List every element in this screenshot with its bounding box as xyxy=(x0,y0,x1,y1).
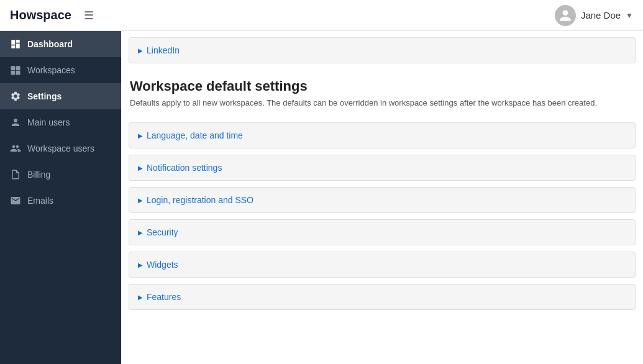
sidebar-item-workspace-users[interactable]: Workspace users xyxy=(0,135,121,162)
sidebar-item-billing[interactable]: Billing xyxy=(0,162,121,188)
workspaces-icon xyxy=(10,65,21,76)
sidebar-item-workspace-users-label: Workspace users xyxy=(27,143,94,153)
sidebar-item-dashboard-label: Dashboard xyxy=(27,39,73,49)
emails-icon xyxy=(10,195,21,206)
linkedin-section: ▶ LinkedIn xyxy=(129,37,636,63)
workspace-defaults-title-area: Workspace default settings Defaults appl… xyxy=(121,70,643,116)
notification-chevron-icon: ▶ xyxy=(138,165,143,171)
features-chevron-icon: ▶ xyxy=(138,294,143,301)
sidebar-item-emails[interactable]: Emails xyxy=(0,188,121,214)
language-chevron-icon: ▶ xyxy=(138,132,143,139)
dashboard-icon xyxy=(10,39,21,50)
sidebar-item-emails-label: Emails xyxy=(27,196,53,206)
features-label: Features xyxy=(147,292,181,302)
widgets-chevron-icon: ▶ xyxy=(138,262,143,268)
billing-icon xyxy=(10,169,21,180)
notification-label: Notification settings xyxy=(147,163,222,173)
login-section: ▶ Login, registration and SSO xyxy=(129,187,636,213)
security-section: ▶ Security xyxy=(129,219,636,245)
main-users-icon xyxy=(10,117,21,128)
sidebar-item-billing-label: Billing xyxy=(27,170,50,180)
widgets-section-header[interactable]: ▶ Widgets xyxy=(129,252,635,277)
sidebar-item-settings-label: Settings xyxy=(27,91,62,101)
user-avatar-icon xyxy=(559,9,572,22)
security-label: Security xyxy=(147,227,178,237)
linkedin-label: LinkedIn xyxy=(147,45,180,55)
content-area: ▶ LinkedIn Workspace default settings De… xyxy=(121,31,643,364)
workspace-users-icon xyxy=(10,143,21,154)
widgets-section: ▶ Widgets xyxy=(129,252,636,278)
settings-icon xyxy=(10,91,21,102)
widgets-label: Widgets xyxy=(147,260,178,270)
login-section-header[interactable]: ▶ Login, registration and SSO xyxy=(129,188,635,212)
user-name-label: Jane Doe xyxy=(581,10,621,20)
hamburger-icon[interactable]: ☰ xyxy=(84,9,94,22)
sidebar-item-dashboard[interactable]: Dashboard xyxy=(0,31,121,57)
features-section-header[interactable]: ▶ Features xyxy=(129,284,635,309)
sidebar-item-main-users[interactable]: Main users xyxy=(0,109,121,135)
app-logo: Howspace xyxy=(10,8,71,22)
language-section-header[interactable]: ▶ Language, date and time xyxy=(129,123,635,148)
user-menu-dropdown-icon[interactable]: ▼ xyxy=(626,11,633,20)
sidebar-item-main-users-label: Main users xyxy=(27,117,70,127)
login-chevron-icon: ▶ xyxy=(138,197,143,204)
sidebar-item-settings[interactable]: Settings xyxy=(0,83,121,109)
page-title: Workspace default settings xyxy=(130,78,634,94)
header-left: Howspace ☰ xyxy=(10,8,94,22)
linkedin-section-header[interactable]: ▶ LinkedIn xyxy=(129,38,635,63)
language-section: ▶ Language, date and time xyxy=(129,122,636,148)
language-label: Language, date and time xyxy=(147,130,243,140)
app-header: Howspace ☰ Jane Doe ▼ xyxy=(0,0,643,31)
features-section: ▶ Features xyxy=(129,284,636,310)
linkedin-chevron-icon: ▶ xyxy=(138,47,143,54)
avatar xyxy=(555,5,576,26)
security-section-header[interactable]: ▶ Security xyxy=(129,220,635,245)
sidebar-item-workspaces[interactable]: Workspaces xyxy=(0,57,121,83)
sidebar: Dashboard Workspaces Settings Main users xyxy=(0,31,121,364)
page-description: Defaults apply to all new workspaces. Th… xyxy=(130,98,634,107)
notification-section: ▶ Notification settings xyxy=(129,155,636,181)
security-chevron-icon: ▶ xyxy=(138,229,143,236)
login-label: Login, registration and SSO xyxy=(147,195,253,205)
notification-section-header[interactable]: ▶ Notification settings xyxy=(129,155,635,180)
header-right: Jane Doe ▼ xyxy=(555,5,633,26)
main-layout: Dashboard Workspaces Settings Main users xyxy=(0,31,643,364)
sidebar-item-workspaces-label: Workspaces xyxy=(27,65,75,75)
